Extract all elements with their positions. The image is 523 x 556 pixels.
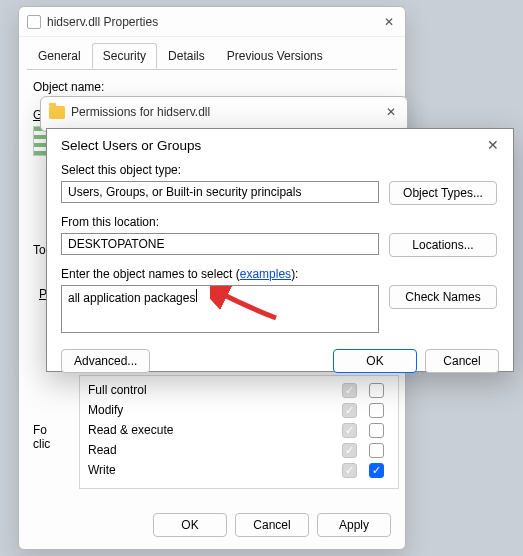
close-icon[interactable]: ✕ bbox=[383, 105, 399, 119]
tab-general[interactable]: General bbox=[27, 43, 92, 69]
table-row: Read ✓ bbox=[88, 440, 390, 460]
table-row: Read & execute ✓ bbox=[88, 420, 390, 440]
tab-security[interactable]: Security bbox=[92, 43, 157, 69]
tab-versions[interactable]: Previous Versions bbox=[216, 43, 334, 69]
advanced-button[interactable]: Advanced... bbox=[61, 349, 150, 373]
apply-button[interactable]: Apply bbox=[317, 513, 391, 537]
properties-titlebar: hidserv.dll Properties ✕ bbox=[19, 7, 405, 37]
cancel-button[interactable]: Cancel bbox=[235, 513, 309, 537]
ok-button[interactable]: OK bbox=[153, 513, 227, 537]
text-caret bbox=[196, 289, 197, 302]
file-icon bbox=[27, 15, 41, 29]
select-users-dialog: Select Users or Groups ✕ Select this obj… bbox=[46, 128, 514, 372]
select-dialog-titlebar: Select Users or Groups ✕ bbox=[47, 129, 513, 159]
for-line1: Fo bbox=[33, 423, 47, 437]
object-names-input[interactable]: all application packages bbox=[61, 285, 379, 333]
permissions-title: Permissions for hidserv.dll bbox=[71, 105, 210, 119]
cancel-button[interactable]: Cancel bbox=[425, 349, 499, 373]
close-icon[interactable]: ✕ bbox=[485, 137, 501, 153]
allow-checkbox[interactable]: ✓ bbox=[342, 423, 357, 438]
permissions-table: Full control ✓ Modify ✓ Read & execute ✓… bbox=[79, 375, 399, 489]
object-name-label: Object name: bbox=[33, 80, 391, 94]
tab-details[interactable]: Details bbox=[157, 43, 216, 69]
tabs: General Security Details Previous Versio… bbox=[19, 37, 405, 69]
table-row: Modify ✓ bbox=[88, 400, 390, 420]
deny-checkbox[interactable] bbox=[369, 443, 384, 458]
object-types-button[interactable]: Object Types... bbox=[389, 181, 497, 205]
deny-checkbox[interactable] bbox=[369, 403, 384, 418]
permissions-titlebar: Permissions for hidserv.dll ✕ bbox=[41, 97, 407, 127]
object-type-field: Users, Groups, or Built-in security prin… bbox=[61, 181, 379, 203]
allow-checkbox[interactable]: ✓ bbox=[342, 403, 357, 418]
close-icon[interactable]: ✕ bbox=[381, 15, 397, 29]
location-field: DESKTOPATONE bbox=[61, 233, 379, 255]
properties-title: hidserv.dll Properties bbox=[47, 15, 158, 29]
locations-button[interactable]: Locations... bbox=[389, 233, 497, 257]
ok-button[interactable]: OK bbox=[333, 349, 417, 373]
for-line2: clic bbox=[33, 437, 50, 451]
deny-checkbox[interactable]: ✓ bbox=[369, 463, 384, 478]
table-row: Write ✓ ✓ bbox=[88, 460, 390, 480]
allow-checkbox[interactable]: ✓ bbox=[342, 463, 357, 478]
folder-icon bbox=[49, 106, 65, 119]
deny-checkbox[interactable] bbox=[369, 423, 384, 438]
check-names-button[interactable]: Check Names bbox=[389, 285, 497, 309]
allow-checkbox[interactable]: ✓ bbox=[342, 443, 357, 458]
object-type-label: Select this object type: bbox=[61, 163, 379, 177]
to-label: To bbox=[33, 243, 46, 257]
examples-link[interactable]: examples bbox=[240, 267, 291, 281]
select-dialog-title: Select Users or Groups bbox=[61, 138, 201, 153]
location-label: From this location: bbox=[61, 215, 379, 229]
names-label: Enter the object names to select (exampl… bbox=[61, 267, 379, 281]
permissions-window: Permissions for hidserv.dll ✕ bbox=[40, 96, 408, 132]
